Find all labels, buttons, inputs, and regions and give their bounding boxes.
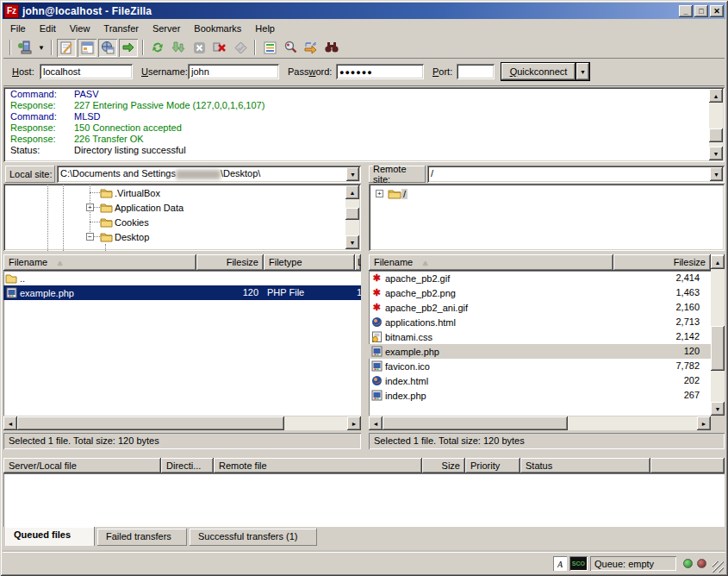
queue-header: Server/Local file Directi... Remote file… <box>3 458 725 473</box>
collapse-minus-icon[interactable]: − <box>86 233 94 241</box>
menu-help[interactable]: Help <box>248 22 282 35</box>
remote-list-scrollbar[interactable]: ▲ ▼ <box>711 255 725 416</box>
toggle-remote-tree-button[interactable] <box>98 39 117 57</box>
tree-item-root[interactable]: / <box>388 186 408 201</box>
queue-status-text: Queue: empty <box>590 556 676 571</box>
tab-successful-transfers[interactable]: Successful transfers (1) <box>190 529 317 546</box>
password-label: Password: <box>288 66 332 77</box>
column-status[interactable]: Status <box>520 458 650 473</box>
scrollbar-thumb[interactable] <box>17 416 284 430</box>
file-row[interactable]: favicon.ico 7,782 <box>369 359 725 373</box>
column-priority[interactable]: Priority <box>465 458 520 473</box>
file-row[interactable]: bitnami.css 2,142 <box>369 329 725 344</box>
port-input[interactable] <box>457 64 495 79</box>
file-row[interactable]: applications.html 2,713 <box>369 315 725 329</box>
scrollbar-thumb[interactable] <box>383 416 568 430</box>
resize-grip[interactable] <box>712 561 724 573</box>
compare-directories-button[interactable] <box>281 39 300 57</box>
refresh-button[interactable] <box>148 39 167 57</box>
toggle-message-log-button[interactable] <box>57 39 76 57</box>
column-filesize[interactable]: Filesize <box>613 254 711 271</box>
file-row[interactable]: index.html 202 <box>369 373 725 388</box>
remote-site-combo[interactable]: / <box>427 166 725 183</box>
combo-dropdown-icon[interactable]: ▼ <box>710 167 723 181</box>
scroll-down-icon[interactable]: ▼ <box>345 235 359 249</box>
scrollbar-thumb[interactable] <box>709 128 723 142</box>
local-site-combo[interactable]: C:\Documents and Settings\Desktop\ <box>57 166 361 183</box>
host-input[interactable]: localhost <box>40 64 133 79</box>
tab-queued-files[interactable]: Queued files <box>5 527 95 546</box>
remote-list-hscrollbar[interactable]: ◄ ► <box>369 416 711 430</box>
message-log: Command:PASV Response:227 Entering Passi… <box>3 87 725 162</box>
column-remote-file[interactable]: Remote file <box>214 458 422 473</box>
filter-button[interactable] <box>260 39 279 57</box>
column-filetype[interactable]: Filetype <box>264 254 355 271</box>
expand-plus-icon[interactable]: + <box>86 203 94 211</box>
menu-file[interactable]: File <box>3 22 33 35</box>
abort-button[interactable] <box>231 39 250 57</box>
app-icon: Fz <box>4 4 19 18</box>
tree-item-application-data[interactable]: Application Data <box>100 200 185 215</box>
tree-item-virtualbox[interactable]: .VirtualBox <box>100 185 162 200</box>
tree-item-desktop[interactable]: Desktop <box>100 229 151 244</box>
file-row[interactable]: ✱ apache_pb2.gif 2,414 <box>369 271 725 285</box>
menu-edit[interactable]: Edit <box>33 22 63 35</box>
quickconnect-dropdown[interactable]: ▼ <box>576 63 589 80</box>
disconnect-button[interactable] <box>210 39 229 57</box>
password-input[interactable]: ●●●●●● <box>336 64 424 79</box>
menu-bookmarks[interactable]: Bookmarks <box>187 22 248 35</box>
column-filesize[interactable]: Filesize <box>196 254 264 271</box>
log-scrollbar[interactable]: ▲ ▼ <box>709 89 723 160</box>
scroll-up-icon[interactable]: ▲ <box>711 255 725 269</box>
scroll-up-icon[interactable]: ▲ <box>345 185 359 199</box>
tree-item-cookies[interactable]: Cookies <box>100 215 151 229</box>
toggle-local-tree-button[interactable] <box>78 39 96 57</box>
synchronized-browsing-button[interactable] <box>302 39 320 57</box>
tab-failed-transfers[interactable]: Failed transfers <box>97 529 187 546</box>
find-files-button[interactable] <box>322 39 341 57</box>
scroll-down-icon[interactable]: ▼ <box>709 147 723 160</box>
speed-limit-icon[interactable]: SCO <box>569 556 588 571</box>
scroll-down-icon[interactable]: ▼ <box>711 402 725 416</box>
combo-dropdown-icon[interactable]: ▼ <box>346 167 359 181</box>
scroll-left-icon[interactable]: ◄ <box>369 416 383 430</box>
file-row-example-php[interactable]: example.php 120 <box>369 344 725 359</box>
local-list-hscrollbar[interactable]: ◄ ► <box>3 416 361 430</box>
menu-server[interactable]: Server <box>146 22 187 35</box>
toolbar-grip <box>9 40 11 55</box>
expand-plus-icon[interactable]: + <box>376 190 383 197</box>
column-server-local-file[interactable]: Server/Local file <box>3 458 161 473</box>
scroll-right-icon[interactable]: ► <box>697 416 711 430</box>
column-filename[interactable]: Filename▲ <box>3 254 196 271</box>
queue-list[interactable] <box>3 473 725 527</box>
column-filename[interactable]: Filename▲ <box>369 254 613 271</box>
site-manager-button[interactable] <box>16 39 34 57</box>
file-row[interactable]: index.php 267 <box>369 388 725 403</box>
toggle-transfer-queue-button[interactable] <box>119 39 138 57</box>
menu-transfer[interactable]: Transfer <box>96 22 146 35</box>
username-input[interactable]: john <box>188 64 279 79</box>
column-size[interactable]: Size <box>422 458 465 473</box>
scroll-up-icon[interactable]: ▲ <box>709 89 723 103</box>
local-tree-scrollbar[interactable]: ▲ ▼ <box>345 185 359 249</box>
column-direction[interactable]: Directi... <box>161 458 214 473</box>
title-bar[interactable]: Fz john@localhost - FileZilla _ □ ✕ <box>3 3 725 19</box>
file-row[interactable]: ✱ apache_pb2.png 1,463 <box>369 285 725 300</box>
menu-view[interactable]: View <box>63 22 97 35</box>
cancel-operation-button[interactable] <box>190 39 208 57</box>
file-row-parent[interactable]: .. <box>3 271 361 285</box>
scrollbar-thumb[interactable] <box>711 326 725 371</box>
scroll-left-icon[interactable]: ◄ <box>3 416 17 430</box>
site-manager-dropdown[interactable]: ▼ <box>36 39 47 57</box>
close-button[interactable]: ✕ <box>710 5 724 17</box>
scroll-right-icon[interactable]: ► <box>347 416 361 430</box>
quickconnect-button[interactable]: Quickconnect <box>501 63 576 80</box>
file-row-example-php[interactable]: example.php 120 PHP File 1 <box>3 285 361 300</box>
column-last-modified[interactable]: L <box>355 254 361 271</box>
process-queue-button[interactable] <box>169 39 188 57</box>
username-label: Username: <box>141 66 188 77</box>
file-row[interactable]: ✱ apache_pb2_ani.gif 2,160 <box>369 300 725 315</box>
scrollbar-thumb[interactable] <box>345 208 359 220</box>
maximize-button[interactable]: □ <box>694 5 708 17</box>
minimize-button[interactable]: _ <box>679 5 693 17</box>
